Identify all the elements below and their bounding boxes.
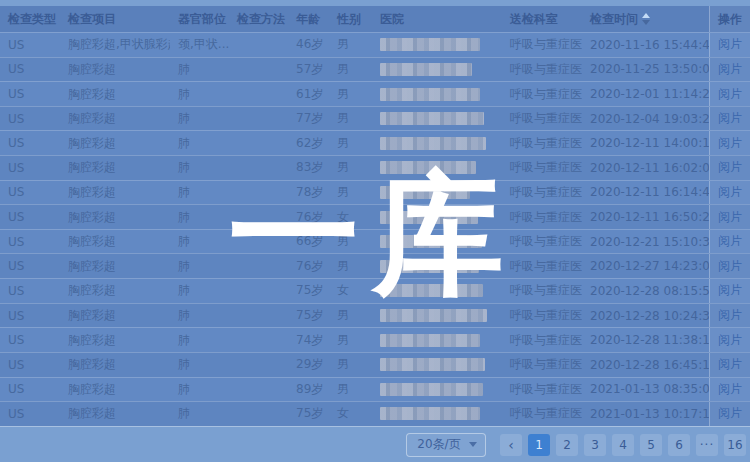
table-row[interactable]: US 胸腔彩超 肺 89岁 男 呼吸与重症医... 2021-01-13 08:…: [0, 377, 750, 402]
cell-gender: 男: [329, 233, 372, 250]
cell-age: 74岁: [288, 332, 329, 349]
view-images-link[interactable]: 阅片: [718, 233, 742, 250]
exam-time-header-label: 检查时间: [590, 12, 638, 26]
table-row[interactable]: US 胸腔彩超 肺 78岁 男 呼吸与重症医... 2020-12-11 16:…: [0, 180, 750, 205]
table-row[interactable]: US 胸腔彩超,甲状腺彩超 颈,甲状... 46岁 男 呼吸与重症医... 20…: [0, 32, 750, 57]
page-ellipsis[interactable]: ···: [696, 434, 718, 456]
cell-exam-type: US: [0, 382, 60, 396]
view-images-link[interactable]: 阅片: [718, 381, 742, 398]
cell-exam-item: 胸腔彩超: [60, 209, 170, 226]
cell-exam-time: 2020-12-11 16:02:05: [582, 161, 709, 175]
table-row[interactable]: US 胸腔彩超 肺 76岁 女 呼吸与重症医... 2020-12-11 16:…: [0, 204, 750, 229]
table-row[interactable]: US 胸腔彩超 肺 83岁 男 呼吸与重症医... 2020-12-11 16:…: [0, 155, 750, 180]
page-button-6[interactable]: 6: [668, 434, 690, 456]
view-images-link[interactable]: 阅片: [718, 110, 742, 127]
prev-page-button[interactable]: ‹: [500, 434, 522, 456]
redacted-hospital-name: [380, 309, 487, 322]
view-images-link[interactable]: 阅片: [718, 135, 742, 152]
page-button-16[interactable]: 16: [724, 434, 746, 456]
cell-hospital: [372, 284, 502, 297]
column-header-exam-time[interactable]: 检查时间: [582, 11, 709, 28]
redacted-hospital-name: [380, 112, 484, 125]
cell-exam-item: 胸腔彩超,甲状腺彩超: [60, 36, 170, 53]
cell-department: 呼吸与重症医...: [502, 135, 582, 152]
pagination-bar: 20条/页 ‹ 123456···16: [0, 426, 750, 462]
table-row[interactable]: US 胸腔彩超 肺 76岁 男 呼吸与重症医... 2020-12-27 14:…: [0, 253, 750, 278]
cell-exam-item: 胸腔彩超: [60, 356, 170, 373]
cell-exam-type: US: [0, 333, 60, 347]
cell-exam-type: US: [0, 284, 60, 298]
cell-organ: 肺: [170, 282, 229, 299]
cell-organ: 肺: [170, 135, 229, 152]
cell-department: 呼吸与重症医...: [502, 381, 582, 398]
sort-ascending-icon[interactable]: [642, 13, 650, 18]
sort-descending-icon[interactable]: [642, 20, 650, 25]
table-row[interactable]: US 胸腔彩超 肺 75岁 男 呼吸与重症医... 2020-12-28 10:…: [0, 303, 750, 328]
column-header-exam-type: 检查类型: [0, 11, 60, 28]
cell-exam-time: 2020-12-04 19:03:24: [582, 112, 709, 126]
table-row[interactable]: US 胸腔彩超 肺 75岁 女 呼吸与重症医... 2021-01-13 10:…: [0, 401, 750, 426]
page-button-3[interactable]: 3: [584, 434, 606, 456]
table-row[interactable]: US 胸腔彩超 肺 29岁 男 呼吸与重症医... 2020-12-28 16:…: [0, 352, 750, 377]
column-header-department: 送检科室: [502, 11, 582, 28]
redacted-hospital-name: [380, 63, 472, 76]
table-row[interactable]: US 胸腔彩超 肺 74岁 男 呼吸与重症医... 2020-12-28 11:…: [0, 327, 750, 352]
table-row[interactable]: US 胸腔彩超 肺 57岁 男 呼吸与重症医... 2020-11-25 13:…: [0, 57, 750, 82]
table-row[interactable]: US 胸腔彩超 肺 61岁 男 呼吸与重症医... 2020-12-01 11:…: [0, 81, 750, 106]
view-images-link[interactable]: 阅片: [718, 159, 742, 176]
cell-organ: 肺: [170, 61, 229, 78]
cell-hospital: [372, 260, 502, 273]
column-header-exam-item: 检查项目: [60, 11, 170, 28]
table-row[interactable]: US 胸腔彩超 肺 77岁 男 呼吸与重症医... 2020-12-04 19:…: [0, 106, 750, 131]
page-button-1[interactable]: 1: [528, 434, 550, 456]
cell-hospital: [372, 407, 502, 420]
cell-gender: 男: [329, 61, 372, 78]
cell-organ: 肺: [170, 381, 229, 398]
table-row[interactable]: US 胸腔彩超 肺 62岁 男 呼吸与重症医... 2020-12-11 14:…: [0, 130, 750, 155]
view-images-link[interactable]: 阅片: [718, 282, 742, 299]
cell-gender: 男: [329, 135, 372, 152]
page-button-5[interactable]: 5: [640, 434, 662, 456]
redacted-hospital-name: [380, 186, 470, 199]
cell-exam-time: 2020-12-11 16:50:25: [582, 210, 709, 224]
view-images-link[interactable]: 阅片: [718, 61, 742, 78]
cell-age: 62岁: [288, 135, 329, 152]
pager: ‹ 123456···16: [500, 434, 746, 456]
view-images-link[interactable]: 阅片: [718, 332, 742, 349]
cell-hospital: [372, 334, 502, 347]
cell-department: 呼吸与重症医...: [502, 36, 582, 53]
redacted-hospital-name: [380, 211, 478, 224]
cell-exam-type: US: [0, 185, 60, 199]
view-images-link[interactable]: 阅片: [718, 258, 742, 275]
page-size-select[interactable]: 20条/页: [406, 433, 486, 457]
cell-exam-type: US: [0, 407, 60, 421]
view-images-link[interactable]: 阅片: [718, 184, 742, 201]
cell-exam-type: US: [0, 358, 60, 372]
cell-exam-time: 2020-11-25 13:50:01: [582, 62, 709, 76]
column-header-action: 操作: [709, 6, 750, 32]
cell-exam-type: US: [0, 309, 60, 323]
view-images-link[interactable]: 阅片: [718, 36, 742, 53]
cell-organ: 肺: [170, 233, 229, 250]
cell-gender: 男: [329, 159, 372, 176]
page-button-2[interactable]: 2: [556, 434, 578, 456]
cell-exam-type: US: [0, 161, 60, 175]
cell-exam-time: 2020-11-16 15:44:49: [582, 38, 709, 52]
sort-caret-icon[interactable]: [642, 13, 650, 25]
view-images-link[interactable]: 阅片: [718, 86, 742, 103]
redacted-hospital-name: [380, 407, 480, 420]
table-row[interactable]: US 胸腔彩超 肺 75岁 女 呼吸与重症医... 2020-12-28 08:…: [0, 278, 750, 303]
view-images-link[interactable]: 阅片: [718, 307, 742, 324]
cell-department: 呼吸与重症医...: [502, 282, 582, 299]
cell-organ: 肺: [170, 86, 229, 103]
cell-exam-item: 胸腔彩超: [60, 405, 170, 422]
cell-department: 呼吸与重症医...: [502, 86, 582, 103]
table-row[interactable]: US 胸腔彩超 肺 66岁 男 呼吸与重症医... 2020-12-21 15:…: [0, 229, 750, 254]
cell-exam-time: 2020-12-28 10:24:30: [582, 309, 709, 323]
page-button-4[interactable]: 4: [612, 434, 634, 456]
view-images-link[interactable]: 阅片: [718, 405, 742, 422]
view-images-link[interactable]: 阅片: [718, 209, 742, 226]
cell-department: 呼吸与重症医...: [502, 233, 582, 250]
view-images-link[interactable]: 阅片: [718, 356, 742, 373]
cell-exam-item: 胸腔彩超: [60, 282, 170, 299]
